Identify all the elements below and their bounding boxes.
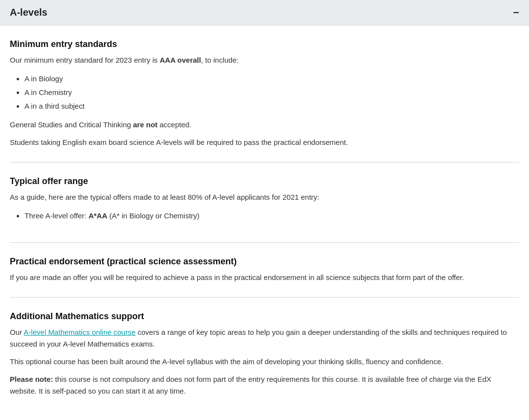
list-item: A in Biology (24, 73, 519, 85)
list-item-text: A in Chemistry (24, 88, 72, 96)
please-note-bold: Please note: (10, 375, 53, 383)
intro-text-before: Our minimum entry standard for 2023 entr… (10, 56, 160, 64)
astaraa-bold: A*AA (89, 211, 107, 220)
maths-note-para: Please note: this course is not compulso… (10, 373, 519, 397)
aaa-overall-bold: AAA overall (160, 56, 201, 64)
minimum-entry-intro: Our minimum entry standard for 2023 entr… (10, 54, 519, 66)
list-item: A in a third subject (24, 100, 519, 112)
list-item-text: A in a third subject (24, 102, 85, 110)
three-alevel-after: (A* in Biology or Chemistry) (107, 211, 199, 220)
minimum-entry-section: Minimum entry standards Our minimum entr… (10, 39, 519, 163)
maths-intro-para: Our A-level Mathematics online course co… (10, 327, 519, 350)
practical-endorsement-section: Practical endorsement (practical science… (10, 257, 519, 298)
three-alevel-before: Three A-level offer: (24, 211, 89, 220)
page-container: A-levels − Minimum entry standards Our m… (0, 0, 529, 420)
additional-maths-heading: Additional Mathematics support (10, 311, 519, 322)
additional-maths-section: Additional Mathematics support Our A-lev… (10, 311, 519, 411)
maths-course-link[interactable]: A-level Mathematics online course (24, 328, 135, 336)
minimum-entry-heading: Minimum entry standards (10, 39, 519, 49)
typical-offer-intro: As a guide, here are the typical offers … (10, 191, 519, 203)
typical-offer-section: Typical offer range As a guide, here are… (10, 176, 519, 243)
maths-note-text: this course is not compulsory and does n… (10, 375, 491, 395)
main-content: Minimum entry standards Our minimum entr… (0, 25, 529, 420)
are-not-bold: are not (133, 120, 158, 129)
typical-offer-heading: Typical offer range (10, 176, 519, 187)
general-studies-after: accepted. (158, 120, 192, 129)
section-title: A-levels (10, 7, 48, 18)
english-exam-para: Students taking English exam board scien… (10, 137, 519, 148)
list-item: A in Chemistry (24, 87, 519, 98)
requirements-list: A in Biology A in Chemistry A in a third… (24, 73, 519, 112)
practical-endorsement-heading: Practical endorsement (practical science… (10, 257, 519, 267)
collapse-button[interactable]: − (513, 7, 519, 18)
general-studies-before: General Studies and Critical Thinking (10, 120, 133, 129)
typical-offer-text: As a guide, here are the typical offers … (10, 193, 319, 201)
general-studies-para: General Studies and Critical Thinking ar… (10, 119, 519, 131)
maths-optional-para: This optional course has been built arou… (10, 356, 519, 368)
list-item-text: A in Biology (24, 74, 63, 83)
maths-optional-text: This optional course has been built arou… (10, 357, 443, 366)
english-exam-text: Students taking English exam board scien… (10, 138, 348, 146)
section-header: A-levels − (0, 0, 529, 25)
practical-endorsement-text: If you are made an offer you will be req… (10, 273, 464, 281)
typical-offer-list: Three A-level offer: A*AA (A* in Biology… (24, 210, 519, 222)
intro-text-after: , to include: (201, 56, 239, 64)
practical-endorsement-para: If you are made an offer you will be req… (10, 272, 519, 283)
list-item: Three A-level offer: A*AA (A* in Biology… (24, 210, 519, 222)
maths-our-text: Our (10, 328, 24, 336)
